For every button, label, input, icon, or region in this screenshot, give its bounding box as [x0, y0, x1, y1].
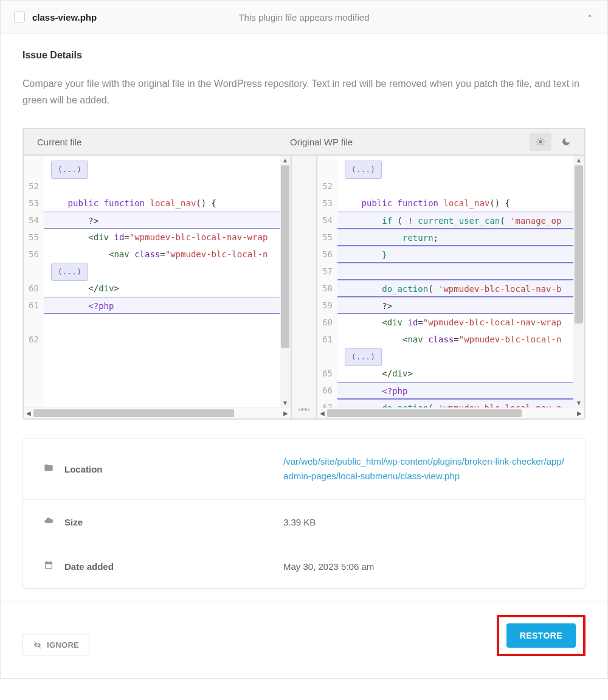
eye-off-icon	[33, 640, 42, 650]
code-line	[44, 178, 280, 195]
code-line: <nav class="wpmudev-blc-local-n	[337, 331, 573, 348]
vscroll-right[interactable]: ▲ ▼	[573, 156, 584, 407]
diff-right-label: Original WP file	[277, 137, 530, 147]
light-theme-toggle[interactable]	[530, 133, 551, 151]
code-fold[interactable]: (...)	[345, 161, 382, 179]
code-line: ?>	[337, 297, 573, 314]
code-line: public function local_nav() {	[44, 195, 280, 212]
code-line: }	[337, 246, 573, 263]
line-numbers-right: 5253545556575859606165666768	[317, 156, 337, 407]
code-line: public function local_nav() {	[337, 195, 573, 212]
select-checkbox[interactable]	[14, 12, 25, 23]
svg-line-5	[537, 139, 538, 140]
code-line: ?>	[44, 212, 280, 229]
svg-line-8	[542, 139, 543, 140]
moon-icon	[561, 137, 571, 147]
meta-date-value: May 30, 2023 5:06 am	[283, 561, 564, 572]
code-line	[44, 314, 280, 331]
code-line: do_action( 'wpmudev-blc-local-nav-b	[337, 280, 573, 297]
card-header[interactable]: class-view.php This plugin file appears …	[1, 1, 607, 34]
ignore-label: IGNORE	[47, 640, 79, 650]
calendar-icon	[44, 560, 54, 572]
vscroll-left[interactable]: ▲ ▼	[280, 156, 291, 407]
code-line: (...)	[337, 348, 573, 365]
meta-size-row: Size 3.39 KB	[23, 500, 585, 544]
file-meta: Location /var/web/site/public_html/wp-co…	[22, 438, 586, 589]
dark-theme-toggle[interactable]	[555, 133, 577, 151]
svg-line-6	[542, 144, 543, 145]
collapse-toggle[interactable]	[586, 12, 594, 23]
filename: class-view.php	[32, 12, 97, 23]
issue-title: Issue Details	[22, 50, 586, 61]
card-footer: IGNORE RESTORE	[1, 601, 607, 678]
code-line: if ( ! current_user_can( 'manage_op	[337, 212, 573, 229]
meta-size-label: Size	[64, 517, 283, 527]
code-line: (...)	[337, 161, 573, 178]
chevron-up-icon	[586, 12, 594, 20]
sun-icon	[536, 137, 545, 147]
code-line: <?php	[44, 297, 280, 314]
diff-left-label: Current file	[24, 137, 277, 147]
code-line	[44, 331, 280, 348]
code-line: do_action( 'wpmudev-blc-local-nav-a	[337, 399, 573, 407]
issue-description: Compare your file with the original file…	[22, 75, 586, 108]
meta-date-label: Date added	[64, 561, 283, 572]
diff-left-pane: 5253545556606162 (...) public function l…	[24, 156, 292, 418]
code-line: return;	[337, 229, 573, 246]
code-line: <div id="wpmudev-blc-local-nav-wrap	[337, 314, 573, 331]
diff-header: Current file Original WP file	[24, 129, 584, 156]
cloud-icon	[44, 516, 54, 528]
svg-point-0	[539, 140, 542, 144]
meta-location-label: Location	[64, 464, 283, 474]
header-message: This plugin file appears modified	[238, 12, 369, 23]
diff-right-pane: 5253545556575859606165666768 (...) publi…	[317, 156, 584, 418]
meta-size-value: 3.39 KB	[283, 517, 564, 527]
code-line: <div id="wpmudev-blc-local-nav-wrap	[44, 229, 280, 246]
code-fold[interactable]: (...)	[51, 263, 88, 281]
code-left[interactable]: (...) public function local_nav() { ?> <…	[44, 156, 280, 407]
code-fold[interactable]: (...)	[51, 161, 88, 179]
issue-card: class-view.php This plugin file appears …	[0, 0, 608, 679]
svg-line-7	[537, 144, 538, 145]
meta-date-row: Date added May 30, 2023 5:06 am	[23, 544, 585, 588]
code-line	[337, 178, 573, 195]
code-line: </div>	[337, 365, 573, 382]
code-line	[337, 263, 573, 280]
line-numbers-left: 5253545556606162	[24, 156, 44, 407]
diff-gutter: ⇒⇐	[292, 156, 317, 418]
meta-location-row: Location /var/web/site/public_html/wp-co…	[23, 438, 585, 500]
code-right[interactable]: (...) public function local_nav() { if (…	[337, 156, 573, 407]
restore-button[interactable]: RESTORE	[506, 623, 576, 648]
ignore-button[interactable]: IGNORE	[22, 634, 89, 656]
diff-viewer: Current file Original WP file 5253	[22, 128, 586, 420]
code-line: <?php	[337, 382, 573, 399]
code-line: </div>	[44, 280, 280, 297]
code-line: (...)	[44, 263, 280, 280]
code-fold[interactable]: (...)	[345, 348, 382, 366]
hscroll-right[interactable]: ◀ ▶	[317, 407, 584, 418]
folder-icon	[44, 463, 54, 475]
hscroll-left[interactable]: ◀ ▶	[24, 407, 291, 418]
code-line: <nav class="wpmudev-blc-local-n	[44, 246, 280, 263]
code-line: (...)	[44, 161, 280, 178]
restore-highlight: RESTORE	[497, 615, 586, 656]
meta-location-link[interactable]: /var/web/site/public_html/wp-content/plu…	[283, 456, 564, 481]
